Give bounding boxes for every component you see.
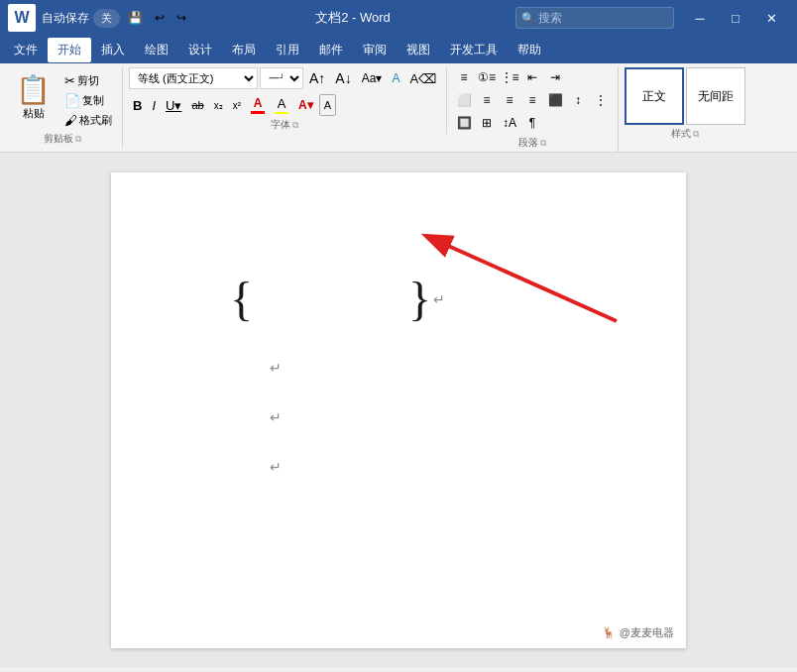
cut-icon: ✂ <box>64 73 75 88</box>
menu-view[interactable]: 视图 <box>397 38 440 62</box>
clipboard-group: 📋 粘贴 ✂ 剪切 📄 复制 🖌 格式刷 <box>4 67 123 148</box>
strikethrough-button[interactable]: ab <box>187 94 207 116</box>
font-color-btn2[interactable]: A▾ <box>294 94 317 116</box>
sort-button[interactable]: ↕A <box>499 113 520 133</box>
styles-label-text: 样式 <box>671 127 691 141</box>
toggle-label: 关 <box>101 11 112 26</box>
document-area: { } ↵ ↵ ↵ ↵ 🦌 <box>0 153 797 667</box>
font-size-select[interactable]: 一号 <box>260 67 303 89</box>
paragraph-label-text: 段落 <box>518 136 538 150</box>
menu-mailings[interactable]: 邮件 <box>309 38 353 62</box>
shrink-font-button[interactable]: A↓ <box>331 67 355 89</box>
style-normal[interactable]: 正文 <box>625 67 684 125</box>
paragraph-bottom-row: 🔲 ⊞ ↕A ¶ <box>453 113 612 133</box>
watermark-icon: 🦌 <box>602 626 616 639</box>
para-mark-2: ↵ <box>270 409 282 425</box>
change-case-button[interactable]: Aa▾ <box>358 67 387 89</box>
ribbon-content: 📋 粘贴 ✂ 剪切 📄 复制 🖌 格式刷 <box>4 67 793 152</box>
menu-references[interactable]: 引用 <box>266 38 309 62</box>
bullets-button[interactable]: ≡ <box>453 67 475 87</box>
multilevel-button[interactable]: ⋮≡ <box>499 67 520 87</box>
subscript-button[interactable]: x₂ <box>210 94 227 116</box>
paste-button[interactable]: 📋 粘贴 <box>8 67 58 130</box>
autosave-toggle[interactable]: 关 <box>93 9 120 28</box>
paragraph-mid-row: ⬜ ≡ ≡ ≡ ⬛ ↕ ⋮ <box>453 90 612 110</box>
bold-button[interactable]: B <box>129 94 146 116</box>
styles-expand-icon[interactable]: ⧉ <box>693 129 699 140</box>
title-bar-title: 文档2 - Word <box>190 9 515 27</box>
copy-button[interactable]: 📄 复制 <box>60 91 116 110</box>
font-family-select[interactable]: 等线 (西文正文) <box>129 67 258 89</box>
format-painter-button[interactable]: 🖌 格式刷 <box>60 111 116 130</box>
menu-bar: 文件 开始 插入 绘图 设计 布局 引用 邮件 审阅 视图 开发工具 帮助 <box>0 36 797 63</box>
menu-review[interactable]: 审阅 <box>353 38 397 62</box>
restore-button[interactable]: □ <box>718 0 753 36</box>
format-painter-label: 格式刷 <box>79 113 112 128</box>
font-color-button[interactable]: A <box>247 94 269 116</box>
cut-button[interactable]: ✂ 剪切 <box>60 71 116 90</box>
text-border-button[interactable]: A <box>319 94 336 116</box>
more-para-button[interactable]: ⋮ <box>590 90 612 110</box>
clipboard-expand-icon[interactable]: ⧉ <box>75 134 81 145</box>
window-controls: ─ □ ✕ <box>682 0 789 36</box>
paragraph-expand-icon[interactable]: ⧉ <box>540 138 546 149</box>
right-brace: } <box>408 272 431 326</box>
app-logo: W <box>8 4 36 32</box>
show-hide-button[interactable]: ¶ <box>521 113 543 133</box>
close-button[interactable]: ✕ <box>753 0 789 36</box>
menu-developer[interactable]: 开发工具 <box>440 38 508 62</box>
ribbon: 📋 粘贴 ✂ 剪切 📄 复制 🖌 格式刷 <box>0 63 797 153</box>
minimize-button[interactable]: ─ <box>682 0 718 36</box>
clipboard-small-buttons: ✂ 剪切 📄 复制 🖌 格式刷 <box>60 67 116 130</box>
save-button[interactable]: 💾 <box>124 7 147 29</box>
text-effects-button[interactable]: A <box>388 67 403 89</box>
underline-button[interactable]: U▾ <box>162 94 185 116</box>
justify-button[interactable]: ≡ <box>521 90 543 110</box>
autosave-label: 自动保存 <box>42 10 89 27</box>
font-color-a: A <box>254 96 263 110</box>
decrease-indent-button[interactable]: ⇤ <box>521 67 543 87</box>
font-top-row: 等线 (西文正文) 一号 A↑ A↓ Aa▾ A A⌫ <box>129 67 440 89</box>
style-no-spacing-label: 无间距 <box>698 88 734 105</box>
font-group-content: 等线 (西文正文) 一号 A↑ A↓ Aa▾ A A⌫ B I U▾ ab <box>129 67 440 116</box>
menu-insert[interactable]: 插入 <box>91 38 135 62</box>
left-brace: { <box>230 272 253 326</box>
menu-help[interactable]: 帮助 <box>508 38 551 62</box>
format-painter-icon: 🖌 <box>64 113 77 128</box>
style-no-spacing[interactable]: 无间距 <box>686 67 745 125</box>
page[interactable]: { } ↵ ↵ ↵ ↵ 🦌 <box>111 172 686 648</box>
line-spacing-button[interactable]: ↕ <box>567 90 589 110</box>
title-bar-controls: 自动保存 关 💾 ↩ ↪ <box>42 7 190 29</box>
grow-font-button[interactable]: A↑ <box>305 67 329 89</box>
font-expand-icon[interactable]: ⧉ <box>292 120 298 131</box>
menu-layout[interactable]: 布局 <box>222 38 266 62</box>
menu-file[interactable]: 文件 <box>4 38 48 62</box>
title-bar: W 自动保存 关 💾 ↩ ↪ 文档2 - Word 🔍 ─ □ ✕ <box>0 0 797 36</box>
borders-button[interactable]: ⊞ <box>476 113 498 133</box>
redo-button[interactable]: ↪ <box>172 7 190 29</box>
clipboard-group-content: 📋 粘贴 ✂ 剪切 📄 复制 🖌 格式刷 <box>8 67 116 130</box>
highlight-color-button[interactable]: A <box>271 94 292 116</box>
menu-design[interactable]: 设计 <box>178 38 222 62</box>
menu-draw[interactable]: 绘图 <box>135 38 178 62</box>
search-box[interactable]: 🔍 <box>515 7 674 29</box>
svg-line-1 <box>428 237 617 321</box>
align-right-button[interactable]: ≡ <box>499 90 520 110</box>
italic-button[interactable]: I <box>148 94 160 116</box>
paste-icon: 📋 <box>16 76 51 104</box>
copy-label: 复制 <box>82 93 104 108</box>
align-center-button[interactable]: ≡ <box>476 90 498 110</box>
clear-format-button[interactable]: A⌫ <box>405 67 440 89</box>
increase-indent-button[interactable]: ⇥ <box>544 67 566 87</box>
search-input[interactable] <box>515 7 674 29</box>
align-left-button[interactable]: ⬜ <box>453 90 475 110</box>
paragraph-group: ≡ ①≡ ⋮≡ ⇤ ⇥ ⬜ ≡ ≡ ≡ ⬛ ↕ ⋮ 🔲 ⊞ <box>449 67 619 152</box>
menu-home[interactable]: 开始 <box>48 38 91 62</box>
shading-button[interactable]: 🔲 <box>453 113 475 133</box>
watermark: 🦌 @麦麦电器 <box>602 625 674 640</box>
superscript-button[interactable]: x² <box>229 94 245 116</box>
undo-button[interactable]: ↩ <box>151 7 169 29</box>
columns-button[interactable]: ⬛ <box>544 90 566 110</box>
font-color-bar <box>251 111 265 114</box>
numbering-button[interactable]: ①≡ <box>476 67 498 87</box>
